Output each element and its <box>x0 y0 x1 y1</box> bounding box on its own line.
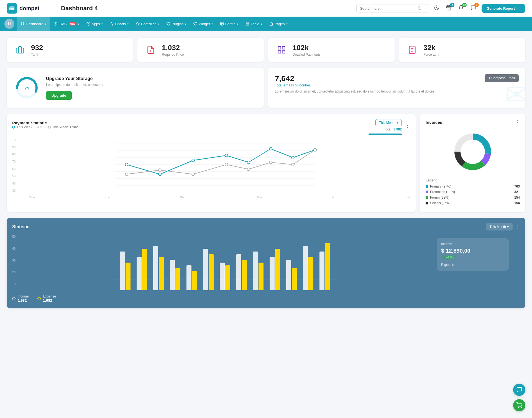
cms-chevron-icon: ▾ <box>78 22 79 25</box>
svg-rect-15 <box>278 47 281 49</box>
sidebar-item-plugins[interactable]: Plugins ▾ <box>163 17 190 31</box>
svg-marker-9 <box>136 22 139 25</box>
stat-card-tariff: 932 Tariff <box>7 38 133 62</box>
search-input[interactable] <box>360 6 415 11</box>
svg-point-39 <box>192 173 195 176</box>
sidebar-item-bootstrap[interactable]: Bootstrap ▾ <box>132 17 163 31</box>
legend-item-2: This Week 1.982 <box>48 125 78 129</box>
svg-rect-64 <box>203 249 208 290</box>
pages-chevron-icon: ▾ <box>286 22 288 25</box>
legend-promotion: Promotion (11%) 321 <box>426 190 520 194</box>
svg-rect-71 <box>259 263 264 290</box>
nav-dashboard-label: Dashboard <box>26 22 44 26</box>
statistic-title: Statistic <box>12 224 29 229</box>
moon-icon-btn[interactable] <box>433 4 441 13</box>
svg-rect-72 <box>270 257 275 290</box>
cms-new-badge: New <box>69 22 77 25</box>
svg-rect-70 <box>253 252 258 290</box>
promotion-color <box>426 191 428 193</box>
chat-icon-btn[interactable]: 5 <box>469 4 477 13</box>
svg-point-37 <box>125 173 128 176</box>
svg-point-38 <box>158 169 161 171</box>
gift-badge: 2 <box>450 3 454 7</box>
sidebar-item-pages[interactable]: Pages ▾ <box>266 17 291 31</box>
payments-label: Detalled Payments <box>293 53 321 57</box>
income-box-section: Income $ 12,890,00 ↑ +15% Expense <box>437 235 520 302</box>
plugins-chevron-icon: ▾ <box>185 22 186 25</box>
header-title: Dashboard 4 <box>55 5 352 12</box>
chart-legend: This Week 1.982 This Week 1.982 <box>12 125 78 129</box>
this-month-button[interactable]: This Month ▾ <box>375 119 402 126</box>
stat-cards-grid: 932 Tariff 1,032 Required Price 102k Det… <box>7 38 525 62</box>
svg-point-32 <box>225 154 228 157</box>
svg-point-35 <box>291 156 294 159</box>
svg-rect-65 <box>209 254 214 290</box>
statistic-body: 5040302010 <box>12 235 520 302</box>
svg-rect-5 <box>21 24 22 25</box>
sidebar-item-forms[interactable]: Forms ▾ <box>217 17 242 31</box>
income-box-title: Income <box>441 242 504 246</box>
sidebar-item-apps[interactable]: Apps ▾ <box>83 17 106 31</box>
svg-rect-62 <box>186 265 191 290</box>
svg-rect-66 <box>220 263 225 290</box>
svg-rect-16 <box>282 47 285 49</box>
bell-icon-btn[interactable]: 12 <box>457 4 465 13</box>
search-bar[interactable] <box>356 4 428 12</box>
legend-socials: Socials (15%) 154 <box>426 201 520 205</box>
invoices-legend: Legend Primary (27%) 763 Promotion (11%)… <box>426 178 520 205</box>
svg-rect-12 <box>16 48 24 53</box>
email-card: 7,642 Total emails Subcriber. Lorem ipsu… <box>268 68 525 108</box>
tariff-value: 932 <box>31 43 43 52</box>
statistic-this-month-button[interactable]: This Month ▾ <box>486 223 513 230</box>
legend-title: Legend <box>426 178 520 182</box>
navbar: U Dashboard ▾ CMS New ▾ Apps ▾ Charts ▾ … <box>0 17 532 31</box>
header: dompet Dashboard 4 2 12 5 Generate Repor… <box>0 0 532 17</box>
svg-rect-4 <box>23 22 24 24</box>
email-description: Lorem ipsum dolor sit amet, consectetur … <box>275 89 434 93</box>
chart-menu-button[interactable]: ⋮ <box>405 124 410 130</box>
sidebar-item-widget[interactable]: Widget ▾ <box>190 17 216 31</box>
svg-point-7 <box>55 23 56 24</box>
gift-icon-btn[interactable]: 2 <box>445 4 453 13</box>
chart-row: Payment Statistic This Week 1.982 This W… <box>7 114 525 212</box>
nav-forms-label: Forms <box>225 22 236 26</box>
svg-point-42 <box>269 161 272 164</box>
sidebar-item-dashboard[interactable]: Dashboard ▾ <box>17 17 50 31</box>
generate-report-button[interactable]: Generate Report <box>482 4 525 13</box>
nav-widget-label: Widget <box>199 22 210 26</box>
price-icon <box>144 43 157 57</box>
dashboard-chevron-icon: ▾ <box>45 22 46 25</box>
total-label: Total <box>384 127 391 131</box>
svg-rect-54 <box>120 252 125 290</box>
svg-point-29 <box>125 163 128 166</box>
ie-expense: Expense 1.982 <box>37 294 56 302</box>
svg-rect-69 <box>242 260 247 290</box>
sidebar-item-table[interactable]: Table ▾ <box>242 17 265 31</box>
svg-point-33 <box>247 161 250 164</box>
svg-rect-57 <box>142 249 147 290</box>
invoices-title: Invoices <box>426 120 442 125</box>
storage-progress-circle: 75 <box>14 75 39 100</box>
legend-dot-teal <box>12 126 15 129</box>
svg-point-2 <box>418 7 421 10</box>
upgrade-button[interactable]: Upgrade <box>46 91 72 100</box>
donut-chart <box>426 130 520 174</box>
income-amount: $ 12,890,00 <box>441 248 504 254</box>
svg-point-30 <box>158 173 161 176</box>
income-box: Income $ 12,890,00 ↑ +15% Expense <box>437 238 509 271</box>
invoices-menu-button[interactable]: ⋮ <box>515 119 520 125</box>
storage-card: 75 Upgrade Your Storage Lorem ipsum dolo… <box>7 68 264 108</box>
sidebar-item-charts[interactable]: Charts ▾ <box>107 17 132 31</box>
svg-rect-0 <box>9 7 14 10</box>
total-progress-bar <box>369 134 402 135</box>
nav-plugins-label: Plugins <box>172 22 184 26</box>
expense-label-box: Expense <box>441 263 504 267</box>
nav-table-label: Table <box>251 22 259 26</box>
stat-card-price: 1,032 Required Price <box>137 38 264 62</box>
stat-card-payments: 102k Detalled Payments <box>268 38 395 62</box>
total-value: 3.982 <box>393 127 402 131</box>
statistic-menu-button[interactable]: ⋮ <box>515 224 520 230</box>
svg-rect-67 <box>225 265 230 290</box>
sidebar-item-cms[interactable]: CMS New ▾ <box>50 17 83 31</box>
bar-chart-section: 5040302010 <box>12 235 430 302</box>
